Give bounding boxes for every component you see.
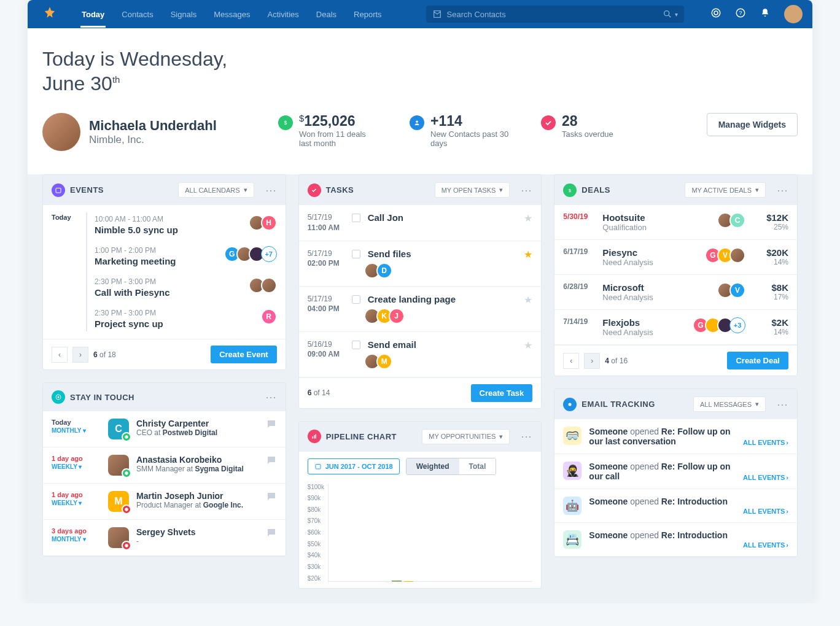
widget-menu-icon[interactable]: ⋯ — [777, 184, 788, 197]
task-checkbox[interactable] — [352, 250, 360, 258]
avatar-more[interactable]: +3 — [729, 317, 745, 333]
star-icon[interactable]: ★ — [524, 294, 532, 306]
avatar-chip[interactable]: M — [376, 354, 392, 369]
email-event-item[interactable]: 📇 Someone opened Re: Introduction ALL EV… — [554, 523, 797, 557]
pager-next[interactable]: › — [584, 353, 600, 369]
user-avatar[interactable] — [784, 5, 803, 23]
avatar-chip[interactable]: D — [376, 263, 392, 279]
nav-tab-reports[interactable]: Reports — [346, 1, 389, 28]
widget-menu-icon[interactable]: ⋯ — [265, 390, 277, 404]
task-item[interactable]: 5/16/1909:00 AM Send email M ★ — [299, 332, 542, 377]
nav-tab-deals[interactable]: Deals — [309, 1, 344, 28]
tasks-filter[interactable]: MY OPEN TASKS ▾ — [435, 182, 510, 198]
create-deal-button[interactable]: Create Deal — [727, 352, 788, 369]
create-task-button[interactable]: Create Task — [471, 384, 533, 402]
email-filter[interactable]: ALL MESSAGES ▾ — [693, 396, 766, 412]
lifebuoy-icon[interactable] — [710, 7, 721, 21]
chevron-down-icon: ▾ — [499, 186, 503, 194]
task-item[interactable]: 5/17/1902:00 PM Send files D ★ — [299, 241, 542, 287]
nav-tab-today[interactable]: Today — [74, 1, 112, 28]
event-item[interactable]: 10:00 AM - 11:00 AM Nimble 5.0 sync up H — [86, 212, 277, 244]
help-icon[interactable]: ? — [735, 7, 746, 21]
task-checkbox[interactable] — [352, 295, 360, 304]
search-input[interactable] — [447, 10, 663, 19]
event-time: 10:00 AM - 11:00 AM — [95, 215, 178, 223]
weighted-button[interactable]: Weighted — [406, 458, 459, 474]
task-title: Create landing page — [368, 294, 517, 304]
stay-item[interactable]: 3 days ago MONTHLY ▾ Sergey Shvets - — [43, 520, 286, 556]
chat-icon[interactable] — [266, 419, 277, 432]
event-title: Nimble 5.0 sync up — [95, 225, 178, 235]
date-range-picker[interactable]: JUN 2017 - OCT 2018 — [308, 458, 400, 474]
manage-widgets-button[interactable]: Manage Widgets — [707, 113, 798, 136]
deal-item[interactable]: 7/14/19 Flexjobs Need Analysis G+3 $2K 1… — [554, 310, 797, 345]
all-events-link[interactable]: ALL EVENTS › — [743, 474, 788, 481]
contact-avatar[interactable]: C — [108, 419, 129, 439]
avatar-chip[interactable]: R — [261, 309, 277, 325]
avatar[interactable] — [729, 247, 745, 263]
deal-item[interactable]: 5/30/19 Hootsuite Qualification C $12K 2… — [554, 205, 797, 240]
task-item[interactable]: 5/17/1904:00 PM Create landing page KJ ★ — [299, 287, 542, 332]
event-item[interactable]: 1:00 PM - 2:00 PM Marketing meeting G+7 — [86, 244, 277, 275]
avatar-chip[interactable]: J — [389, 308, 405, 324]
pager-next[interactable]: › — [72, 347, 88, 363]
avatar-more[interactable]: +7 — [261, 246, 277, 262]
avatar-chip[interactable]: H — [261, 215, 277, 231]
contact-avatar[interactable] — [108, 455, 129, 476]
bell-icon[interactable] — [760, 7, 771, 21]
widget-menu-icon[interactable]: ⋯ — [521, 184, 532, 197]
deal-item[interactable]: 6/28/19 Microsoft Need Analysis V $8K 17… — [554, 275, 797, 310]
pager-prev[interactable]: ‹ — [563, 353, 579, 369]
all-events-link[interactable]: ALL EVENTS › — [743, 508, 788, 515]
task-checkbox[interactable] — [352, 214, 360, 222]
deals-filter[interactable]: MY ACTIVE DEALS ▾ — [685, 182, 766, 198]
stay-item[interactable]: 1 day ago WEEKLY ▾ Anastasia Korobeiko S… — [43, 447, 286, 484]
total-button[interactable]: Total — [459, 458, 496, 474]
create-event-button[interactable]: Create Event — [211, 346, 276, 363]
task-checkbox[interactable] — [352, 341, 360, 349]
avatar[interactable] — [261, 277, 277, 293]
svg-rect-14 — [312, 436, 313, 439]
pager-prev[interactable]: ‹ — [52, 347, 68, 363]
events-filter[interactable]: ALL CALENDARS ▾ — [178, 182, 254, 198]
email-event-item[interactable]: 🥷 Someone opened Re: Follow up on our ca… — [554, 454, 797, 489]
chat-icon[interactable] — [266, 455, 277, 468]
stay-frequency[interactable]: MONTHLY ▾ — [52, 536, 101, 543]
avatar-chip[interactable]: V — [729, 282, 745, 298]
star-icon[interactable]: ★ — [524, 249, 532, 260]
deal-item[interactable]: 6/17/19 Piesync Need Analysis GV $20K 14… — [554, 240, 797, 275]
logo-icon[interactable] — [37, 5, 62, 23]
email-event-text: Someone opened Re: Follow up on our last… — [589, 427, 736, 446]
event-item[interactable]: 2:30 PM - 3:00 PM Call with Piesync — [86, 275, 277, 306]
contact-avatar[interactable] — [108, 527, 129, 548]
nav-tab-messages[interactable]: Messages — [206, 1, 257, 28]
all-events-link[interactable]: ALL EVENTS › — [743, 439, 788, 446]
email-event-item[interactable]: 🥽 Someone opened Re: Follow up on our la… — [554, 419, 797, 454]
widget-menu-icon[interactable]: ⋯ — [777, 398, 788, 411]
task-date: 5/17/1904:00 PM — [308, 294, 344, 315]
email-event-item[interactable]: 🤖 Someone opened Re: Introduction ALL EV… — [554, 489, 797, 523]
stay-item[interactable]: 1 day ago WEEKLY ▾ M Martin Joseph Junio… — [43, 484, 286, 520]
star-icon[interactable]: ★ — [524, 212, 532, 224]
chat-icon[interactable] — [266, 527, 277, 541]
widget-menu-icon[interactable]: ⋯ — [521, 430, 532, 443]
pipeline-filter[interactable]: MY OPPORTUNITIES ▾ — [422, 429, 510, 444]
task-item[interactable]: 5/17/1911:00 AM Call Jon ★ — [299, 205, 542, 241]
event-item[interactable]: 2:30 PM - 3:00 PM Project sync up R — [86, 306, 277, 331]
stay-frequency[interactable]: WEEKLY ▾ — [52, 463, 101, 470]
star-icon[interactable]: ★ — [524, 339, 532, 351]
stay-item[interactable]: Today MONTHLY ▾ C Christy Carpenter CEO … — [43, 411, 286, 447]
profile-avatar[interactable] — [42, 113, 80, 151]
search-box[interactable]: ▾ — [426, 6, 684, 23]
stay-frequency[interactable]: WEEKLY ▾ — [52, 500, 101, 506]
widget-menu-icon[interactable]: ⋯ — [265, 184, 277, 197]
chat-icon[interactable] — [266, 491, 277, 504]
nav-tab-signals[interactable]: Signals — [163, 1, 204, 28]
nav-tab-activities[interactable]: Activities — [260, 1, 306, 28]
nav-tab-contacts[interactable]: Contacts — [114, 1, 160, 28]
all-events-link[interactable]: ALL EVENTS › — [743, 541, 788, 549]
search-icon[interactable] — [663, 9, 672, 19]
avatar-chip[interactable]: C — [729, 212, 745, 228]
stay-frequency[interactable]: MONTHLY ▾ — [52, 427, 101, 434]
contact-avatar[interactable]: M — [108, 491, 129, 512]
